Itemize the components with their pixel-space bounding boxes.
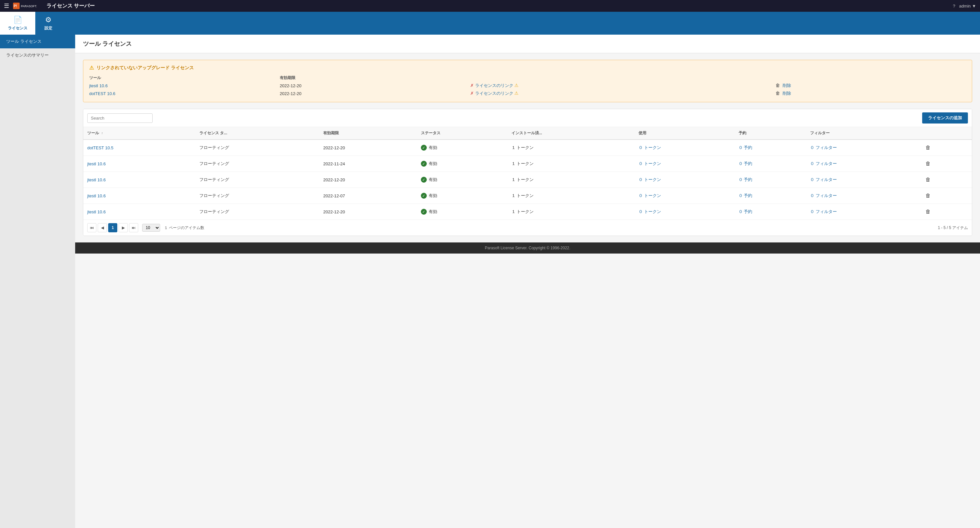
content-area: ⚠ リンクされていないアップグレード ライセンス ツール 有効期限 jtestI — [75, 53, 980, 242]
reserved-link[interactable]: ０ 予約 — [738, 161, 752, 166]
table-toolbar: ライセンスの追加 — [83, 109, 972, 127]
warning-table: ツール 有効期限 jtestI 10.6 2022-12-20 ✗ ライセンスの… — [89, 74, 966, 97]
reserved-link[interactable]: ０ 予約 — [738, 209, 752, 214]
used-link[interactable]: ０ トークン — [638, 145, 661, 150]
warning-row: dotTEST 10.6 2022-12-20 ✗ ライセンスのリンク ⚠ 🗑 … — [89, 89, 966, 97]
warning-col-action — [470, 74, 775, 82]
used-link[interactable]: ０ トークン — [638, 177, 661, 182]
warning-triangle-icon: ⚠ — [89, 65, 94, 71]
top-bar: ☰ P! PARASOFT. ライセンス サーバー ? admin ▼ — [0, 0, 980, 12]
table-header: ツール ↑ ライセンス タ... 有効期限 ステータス インストール済... 使… — [83, 127, 972, 140]
warning-col-tool: ツール — [89, 74, 280, 82]
logo: P! PARASOFT. — [13, 3, 43, 9]
table-body: dotTEST 10.5 フローティング 2022-12-20 ✓ 有効 １ ト… — [83, 140, 972, 219]
hamburger-menu[interactable]: ☰ — [4, 2, 9, 10]
filter-link[interactable]: ０ フィルター — [810, 209, 837, 214]
table-row: jtestI 10.6 フローティング 2022-12-07 ✓ 有効 １ トー… — [83, 188, 972, 204]
delete-row-btn[interactable]: 🗑 — [924, 175, 932, 184]
delete-row-btn[interactable]: 🗑 — [924, 143, 932, 152]
col-expiry: 有効期限 — [319, 127, 417, 140]
warning-tool-link[interactable]: jtestI 10.6 — [89, 83, 108, 88]
tool-link[interactable]: jtestI 10.6 — [87, 161, 105, 166]
next-page-btn[interactable]: ▶ — [119, 223, 128, 232]
pagination-controls: ⏮ ◀ 1 ▶ ⏭ 10 25 50 100 １ ページのアイテム数 — [87, 223, 204, 232]
first-page-btn[interactable]: ⏮ — [87, 223, 96, 232]
col-filter: フィルター — [806, 127, 920, 140]
status-icon: ✓ — [421, 193, 427, 199]
reserved-link[interactable]: ０ 予約 — [738, 145, 752, 150]
pagination-info: 1 - 5 / 5 アイテム — [938, 225, 968, 231]
per-page-select[interactable]: 10 25 50 100 — [142, 224, 160, 232]
app-title: ライセンス サーバー — [46, 3, 95, 10]
licenses-icon: 📄 — [13, 16, 22, 24]
sort-asc-icon: ↑ — [101, 131, 103, 135]
status-label: 有効 — [429, 145, 437, 151]
tool-link[interactable]: dotTEST 10.5 — [87, 145, 113, 150]
filter-link[interactable]: ０ フィルター — [810, 193, 837, 198]
search-input[interactable] — [87, 113, 153, 123]
filter-link[interactable]: ０ フィルター — [810, 145, 837, 150]
col-license-type: ライセンス タ... — [196, 127, 319, 140]
warning-tool-link[interactable]: dotTEST 10.6 — [89, 91, 115, 96]
status-valid: ✓ 有効 — [421, 177, 504, 183]
status-icon: ✓ — [421, 161, 427, 167]
main-content: ツール ライセンス ⚠ リンクされていないアップグレード ライセンス ツール 有… — [75, 35, 980, 528]
tool-link[interactable]: jtestI 10.6 — [87, 210, 105, 214]
tool-link[interactable]: jtestI 10.6 — [87, 177, 105, 182]
per-page-label: １ ページのアイテム数 — [164, 225, 204, 231]
status-icon: ✓ — [421, 177, 427, 183]
nav-label-licenses: ライセンス — [8, 25, 27, 31]
filter-link[interactable]: ０ フィルター — [810, 177, 837, 182]
data-table: ツール ↑ ライセンス タ... 有効期限 ステータス インストール済... 使… — [83, 127, 972, 219]
status-label: 有効 — [429, 161, 437, 167]
col-tool[interactable]: ツール ↑ — [83, 127, 196, 140]
top-bar-right: ? admin ▼ — [953, 3, 976, 8]
sidebar: ツール ライセンス ライセンスのサマリー — [0, 35, 75, 528]
last-page-btn[interactable]: ⏭ — [129, 223, 138, 232]
link-license-btn[interactable]: ライセンスのリンク — [475, 83, 513, 88]
layout-body: ツール ライセンス ライセンスのサマリー ツール ライセンス ⚠ リンクされてい… — [0, 35, 980, 528]
warning-title: リンクされていないアップグレード ライセンス — [96, 65, 194, 71]
delete-row-btn[interactable]: 🗑 — [924, 207, 932, 216]
help-button[interactable]: ? — [953, 3, 955, 8]
table-row: jtestI 10.6 フローティング 2022-12-20 ✓ 有効 １ トー… — [83, 172, 972, 188]
col-reserved: 予約 — [735, 127, 807, 140]
status-label: 有効 — [429, 177, 437, 183]
user-menu[interactable]: admin ▼ — [959, 3, 976, 8]
pagination-bar: ⏮ ◀ 1 ▶ ⏭ 10 25 50 100 １ ページのアイテム数 1 — [83, 219, 972, 235]
nav-label-settings: 設定 — [45, 25, 52, 31]
svg-text:PARASOFT.: PARASOFT. — [21, 5, 37, 8]
table-row: jtestI 10.6 フローティング 2022-12-20 ✓ 有効 １ トー… — [83, 204, 972, 220]
footer: Parasoft License Server. Copyright © 199… — [75, 242, 980, 254]
filter-link[interactable]: ０ フィルター — [810, 161, 837, 166]
add-license-button[interactable]: ライセンスの追加 — [922, 112, 968, 124]
link-license-btn[interactable]: ライセンスのリンク — [475, 91, 513, 96]
status-label: 有効 — [429, 209, 437, 215]
warning-box: ⚠ リンクされていないアップグレード ライセンス ツール 有効期限 jtestI — [83, 60, 972, 102]
warning-col-delete — [775, 74, 966, 82]
delete-row-btn[interactable]: 🗑 — [924, 191, 932, 200]
status-valid: ✓ 有効 — [421, 193, 504, 199]
reserved-link[interactable]: ０ 予約 — [738, 193, 752, 198]
used-link[interactable]: ０ トークン — [638, 161, 661, 166]
tool-link[interactable]: jtestI 10.6 — [87, 193, 105, 198]
warning-row: jtestI 10.6 2022-12-20 ✗ ライセンスのリンク ⚠ 🗑 削… — [89, 82, 966, 89]
delete-license-link[interactable]: 削除 — [783, 91, 791, 96]
page-1-btn[interactable]: 1 — [108, 223, 117, 232]
delete-license-link[interactable]: 削除 — [783, 83, 791, 88]
sidebar-item-tool-licenses[interactable]: ツール ライセンス — [0, 35, 75, 48]
used-link[interactable]: ０ トークン — [638, 209, 661, 214]
warning-header: ⚠ リンクされていないアップグレード ライセンス — [89, 65, 966, 71]
delete-row-btn[interactable]: 🗑 — [924, 159, 932, 168]
sidebar-item-license-summary[interactable]: ライセンスのサマリー — [0, 48, 75, 62]
col-actions — [920, 127, 972, 140]
reserved-link[interactable]: ０ 予約 — [738, 177, 752, 182]
col-used: 使用 — [635, 127, 735, 140]
warning-icon: ⚠ — [514, 91, 519, 96]
nav-item-licenses[interactable]: 📄 ライセンス — [0, 12, 35, 35]
status-icon: ✓ — [421, 145, 427, 151]
nav-item-settings[interactable]: ⚙ 設定 — [35, 12, 61, 35]
prev-page-btn[interactable]: ◀ — [98, 223, 107, 232]
status-valid: ✓ 有効 — [421, 161, 504, 167]
used-link[interactable]: ０ トークン — [638, 193, 661, 198]
